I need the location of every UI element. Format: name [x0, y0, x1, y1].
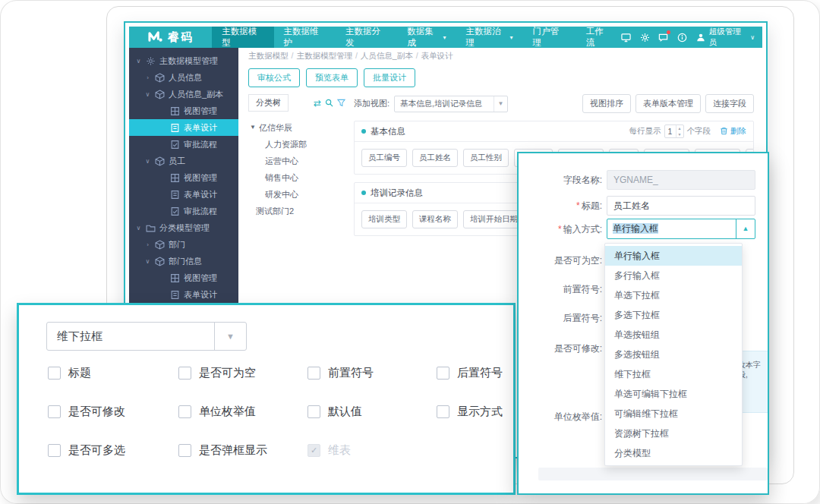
preview-form-button[interactable]: 预览表单 [306, 68, 358, 87]
input-type-select[interactable]: 维下拉框 ▼ [46, 322, 247, 351]
tree-node-root[interactable]: ▼亿信华辰 [248, 119, 345, 136]
nav-tab-model[interactable]: 主数据模型 [212, 27, 273, 48]
sidebar-item-form-design[interactable]: 表单设计 [129, 186, 238, 203]
sidebar-item-category-mgmt[interactable]: ∨分类模型管理 [129, 219, 238, 236]
checkbox-dim-table: ✓维表 [308, 443, 437, 458]
nav-tab-integration[interactable]: 数据集成▾ [397, 27, 456, 48]
unit-enum-label: 单位枚举值: [519, 411, 602, 424]
checkbox-icon[interactable] [178, 405, 191, 418]
sidebar-item-person-copy[interactable]: ∨人员信息_副本 [129, 86, 238, 102]
field-chip[interactable]: 员工编号 [361, 149, 407, 167]
view-sort-button[interactable]: 视图排序 [582, 94, 631, 113]
checkbox-icon[interactable] [48, 444, 61, 457]
add-view-select[interactable]: 基本信息,培训记录信息 ▼ [394, 96, 508, 112]
checkbox-display-mode[interactable]: 显示方式 [437, 405, 506, 419]
nav-tab-workflow[interactable]: 工作流 [576, 27, 621, 48]
dropdown-option[interactable]: 资源树下拉框 [605, 424, 742, 443]
stepper-up-icon[interactable]: ▲ [676, 125, 683, 131]
audit-formula-button[interactable]: 审核公式 [248, 68, 300, 87]
form-toolbar: 审核公式 预览表单 批量设计 [248, 68, 754, 87]
stepper-down-icon[interactable]: ▼ [676, 131, 683, 137]
checkbox-icon[interactable] [437, 367, 449, 380]
dropdown-option[interactable]: 维下拉框 [605, 364, 742, 384]
nav-tab-governance[interactable]: 主数据治理▾ [456, 27, 522, 48]
checkbox-nullable[interactable]: 是否可为空 [178, 366, 308, 380]
checkbox-prefix[interactable]: 前置符号 [308, 366, 437, 380]
sidebar-item-form-design[interactable]: 表单设计 [129, 286, 238, 303]
dropdown-option-selected[interactable]: 单行输入框 [605, 246, 742, 266]
dropdown-option[interactable]: 可编辑维下拉框 [605, 404, 742, 424]
title-input[interactable]: 员工姓名 [607, 196, 755, 216]
sidebar-item-approval-flow[interactable]: 审批流程 [129, 203, 238, 219]
sidebar-item-dept-info[interactable]: ∨部门信息 [129, 253, 238, 269]
nav-tab-portal[interactable]: 门户管理 [523, 27, 576, 48]
sidebar-item-employee[interactable]: ∨员工 [129, 153, 238, 169]
checkbox-suffix[interactable]: 后置符号 [437, 366, 506, 380]
checkbox-icon[interactable] [48, 405, 61, 418]
input-type-select[interactable]: 单行输入框 ▲ [607, 219, 755, 239]
nav-tab-maintain[interactable]: 主数据维护 [274, 27, 336, 48]
tree-panel-tab[interactable]: 分类树 [248, 94, 289, 112]
dropdown-option[interactable]: 分类模型 [605, 443, 742, 463]
checkbox-icon[interactable] [437, 405, 449, 418]
breadcrumb-item[interactable]: 主数据模型 [248, 51, 289, 60]
section-title: 基本信息 [371, 126, 405, 137]
checkbox-icon[interactable] [308, 367, 320, 380]
form-version-button[interactable]: 表单版本管理 [636, 94, 701, 113]
link-fields-button[interactable]: 连接字段 [705, 94, 754, 113]
checkbox-editable[interactable]: 是否可修改 [48, 405, 178, 419]
tree-node[interactable]: 测试部门2 [248, 203, 345, 219]
checkbox-icon[interactable] [178, 367, 191, 380]
tree-node[interactable]: 研发中心 [248, 186, 345, 203]
field-chip[interactable]: 培训开始日期 [463, 210, 525, 228]
flow-icon [170, 206, 180, 216]
field-chip[interactable]: 员工性别 [463, 149, 509, 167]
checkbox-popup-display[interactable]: 是否弹框显示 [178, 443, 308, 458]
checkbox-title[interactable]: 标题 [48, 366, 178, 380]
message-icon[interactable] [658, 32, 669, 43]
checkbox-default-value[interactable]: 默认值 [308, 405, 437, 419]
batch-design-button[interactable]: 批量设计 [364, 68, 415, 87]
tree-node[interactable]: 销售中心 [248, 169, 345, 186]
tree-node[interactable]: 运营中心 [248, 153, 345, 169]
info-icon[interactable] [677, 32, 688, 43]
unit-enum-input[interactable] [538, 468, 768, 480]
search-icon[interactable] [325, 99, 333, 107]
filter-icon[interactable] [337, 99, 345, 107]
user-menu[interactable]: 超级管理员 ∨ [695, 27, 755, 48]
dropdown-option[interactable]: 多选下拉框 [605, 305, 742, 325]
checkbox-icon[interactable] [48, 367, 61, 380]
checkbox-icon[interactable] [308, 405, 320, 418]
sidebar-item-view-mgmt[interactable]: 视图管理 [129, 269, 238, 286]
sidebar-item-model-mgmt[interactable]: ∨主数据模型管理 [129, 52, 238, 69]
app-logo[interactable]: 睿码 [129, 27, 212, 48]
dropdown-option[interactable]: 单选按钮组 [605, 325, 742, 345]
swap-icon[interactable]: ⇄ [314, 98, 321, 109]
checkbox-unit-enum[interactable]: 单位枚举值 [178, 405, 308, 419]
sidebar-item-view-mgmt[interactable]: 视图管理 [129, 102, 238, 119]
sidebar-item-dept[interactable]: ›部门 [129, 236, 238, 253]
field-chip[interactable]: 课程名称 [412, 210, 458, 228]
prefix-label: 前置符号: [519, 283, 602, 296]
dropdown-option[interactable]: 多选按钮组 [605, 345, 742, 364]
dropdown-option[interactable]: 多行输入框 [605, 266, 742, 285]
field-chip[interactable]: 培训类型 [361, 210, 407, 228]
per-row-stepper[interactable]: 1▲▼ [664, 124, 684, 138]
nav-tab-distribute[interactable]: 主数据分发 [336, 27, 397, 48]
sidebar-item-form-design[interactable]: 表单设计 [129, 119, 238, 136]
breadcrumb-item[interactable]: 人员信息_副本 [361, 51, 413, 60]
tree-node[interactable]: 人力资源部 [248, 136, 345, 153]
sidebar-item-person-info[interactable]: ›人员信息 [129, 69, 238, 86]
chevron-down-icon: ∨ [750, 34, 755, 41]
delete-section-button[interactable]: 删除 [720, 126, 746, 137]
monitor-icon[interactable] [621, 32, 632, 43]
dropdown-option[interactable]: 单选可编辑下拉框 [605, 384, 742, 404]
breadcrumb-item[interactable]: 主数据模型管理 [296, 51, 352, 60]
field-chip[interactable]: 员工姓名 [412, 149, 458, 167]
sidebar-item-approval-flow[interactable]: 审批流程 [129, 136, 238, 153]
dropdown-option[interactable]: 单选下拉框 [605, 285, 742, 305]
checkbox-icon[interactable] [178, 444, 191, 457]
sidebar-item-view-mgmt[interactable]: 视图管理 [129, 169, 238, 186]
gear-icon[interactable] [640, 32, 651, 43]
checkbox-multi-select[interactable]: 是否可多选 [48, 443, 178, 458]
